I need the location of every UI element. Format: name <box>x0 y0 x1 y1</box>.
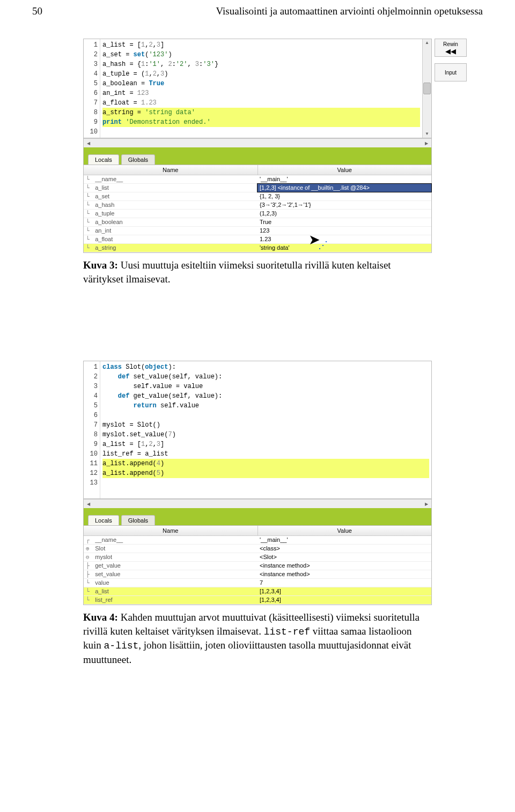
table-row[interactable]: └ a_float1.23 <box>84 235 431 244</box>
code-line: myslot = Slot() <box>102 420 429 430</box>
var-value: <instance method> <box>258 562 431 570</box>
table-row[interactable]: └ list_ref[1,2,3,4] <box>84 596 431 605</box>
var-name: └ value <box>84 579 258 587</box>
horizontal-scrollbar[interactable]: ◀ ▶ <box>84 138 431 147</box>
var-value: '__main__' <box>258 175 431 183</box>
var-value: 1.23 <box>258 235 431 243</box>
table-row[interactable]: ⊖ myslot<Slot> <box>84 553 431 562</box>
table-row[interactable]: └ a_string'string data' <box>84 244 431 252</box>
vertical-scrollbar[interactable]: ▲ ▼ <box>422 39 431 138</box>
var-name: └ __name__ <box>84 175 258 183</box>
col-value[interactable]: Value <box>258 526 432 535</box>
code-area[interactable]: a_list = [1,2,3]a_set = set('123')a_hash… <box>100 39 422 138</box>
input-button[interactable]: Input <box>435 63 467 81</box>
page-number: 50 <box>32 5 42 17</box>
scroll-up-icon[interactable]: ▲ <box>425 39 429 47</box>
table-row[interactable]: ⊕ Slot<class> <box>84 545 431 553</box>
var-name: └ a_string <box>84 244 258 252</box>
var-value: True <box>258 218 431 226</box>
code-line <box>102 411 429 420</box>
code-line: a_list.append(4) <box>102 459 429 468</box>
table-row[interactable]: ├ get_value<instance method> <box>84 562 431 570</box>
table-row[interactable]: └ __name__'__main__' <box>84 175 431 184</box>
var-name: ├ set_value <box>84 570 258 578</box>
variables-table: Name Value └ __name__'__main__'└ a_list[… <box>84 165 431 252</box>
code-line: def set_value(self, value): <box>102 372 429 382</box>
line-gutter: 12345678910 <box>84 39 100 138</box>
scroll-down-icon[interactable]: ▼ <box>425 130 429 138</box>
tabs-row: Locals Globals <box>84 512 431 525</box>
figure-3: 12345678910 a_list = [1,2,3]a_set = set(… <box>83 39 432 286</box>
var-name: └ an_int <box>84 227 258 235</box>
code-line: list_ref = a_list <box>102 449 429 459</box>
var-name: └ a_boolean <box>84 218 258 226</box>
var-name: ⊖ myslot <box>84 553 258 561</box>
var-value: [1,2,3,4] <box>258 596 431 604</box>
code-line: class Slot(object): <box>102 362 429 372</box>
running-title: Visualisointi ja automaattinen arviointi… <box>216 5 483 17</box>
screenshot-3: 12345678910 a_list = [1,2,3]a_set = set(… <box>83 39 432 253</box>
code-editor: 12345678910 a_list = [1,2,3]a_set = set(… <box>84 39 431 138</box>
caption-code-1: list-ref <box>264 627 310 637</box>
table-row[interactable]: └ value7 <box>84 579 431 587</box>
caption-text: Uusi muuttuja esiteltiin viimeksi suorit… <box>83 259 391 285</box>
var-name: └ list_ref <box>84 596 258 604</box>
side-toolbar: Rewin ◀◀ Input <box>435 39 467 81</box>
rewind-icon: ◀◀ <box>445 48 456 55</box>
var-value: '__main__' <box>258 536 431 544</box>
code-line: an_int = 123 <box>102 88 420 98</box>
var-value: <class> <box>258 545 431 553</box>
var-name: └ a_set <box>84 192 258 200</box>
var-value: 'string data' <box>258 244 431 252</box>
caption-code-2: a-list <box>104 640 139 651</box>
table-row[interactable]: ┌ __name__'__main__' <box>84 536 431 545</box>
var-name: └ a_hash <box>84 201 258 209</box>
code-line: myslot.set_value(7) <box>102 430 429 439</box>
caption-label: Kuva 4: <box>83 612 118 623</box>
var-value: [1,2,3] <instance of __builtin__.list @2… <box>257 183 432 192</box>
scroll-left-icon[interactable]: ◀ <box>85 141 92 146</box>
col-value[interactable]: Value <box>258 165 432 175</box>
rewind-button[interactable]: Rewin ◀◀ <box>435 39 467 57</box>
table-row[interactable]: └ an_int123 <box>84 227 431 235</box>
var-value: 123 <box>258 227 431 235</box>
table-row[interactable]: └ a_set{1, 2, 3} <box>84 192 431 201</box>
var-name: └ a_list <box>84 587 258 595</box>
var-value: (1,2,3) <box>258 210 431 218</box>
rewind-label: Rewin <box>443 41 458 47</box>
code-editor: 12345678910111213 class Slot(object): de… <box>84 361 431 499</box>
var-name: └ a_float <box>84 235 258 243</box>
col-name[interactable]: Name <box>84 526 258 535</box>
tab-globals[interactable]: Globals <box>121 154 155 165</box>
code-line <box>102 488 429 497</box>
table-row[interactable]: ├ set_value<instance method> <box>84 570 431 579</box>
table-row[interactable]: └ a_list[1,2,3] <instance of __builtin__… <box>84 184 431 192</box>
scroll-right-icon[interactable]: ▶ <box>423 502 430 506</box>
tab-locals[interactable]: Locals <box>88 154 119 165</box>
table-header: Name Value <box>84 526 431 536</box>
table-row[interactable]: └ a_list[1,2,3,4] <box>84 587 431 596</box>
line-gutter: 12345678910111213 <box>84 361 100 498</box>
separator <box>84 508 431 512</box>
code-line: print 'Demonstration ended.' <box>102 117 420 127</box>
figure-3-caption: Kuva 3: Uusi muuttuja esiteltiin viimeks… <box>83 258 432 286</box>
var-name: ⊕ Slot <box>84 545 258 553</box>
var-value: [1,2,3,4] <box>258 587 431 595</box>
scroll-right-icon[interactable]: ▶ <box>423 141 430 146</box>
code-line: a_hash = {1:'1', 2:'2', 3:'3'} <box>102 59 420 69</box>
horizontal-scrollbar[interactable]: ◀ ▶ <box>84 499 431 508</box>
code-area[interactable]: class Slot(object): def set_value(self, … <box>100 361 431 498</box>
table-row[interactable]: └ a_booleanTrue <box>84 218 431 227</box>
tab-locals[interactable]: Locals <box>88 515 119 525</box>
scroll-thumb[interactable] <box>423 83 431 94</box>
col-name[interactable]: Name <box>84 165 258 175</box>
table-row[interactable]: └ a_hash{3→'3',2→'2',1→'1'} <box>84 201 431 210</box>
code-line: def get_value(self, value): <box>102 391 429 401</box>
scroll-left-icon[interactable]: ◀ <box>85 502 92 506</box>
code-line: a_set = set('123') <box>102 50 420 59</box>
tab-globals[interactable]: Globals <box>121 515 155 525</box>
input-label: Input <box>445 70 457 76</box>
table-row[interactable]: └ a_tuple(1,2,3) <box>84 210 431 218</box>
page-header: 50 Visualisointi ja automaattinen arvioi… <box>32 5 483 17</box>
separator <box>84 147 431 152</box>
